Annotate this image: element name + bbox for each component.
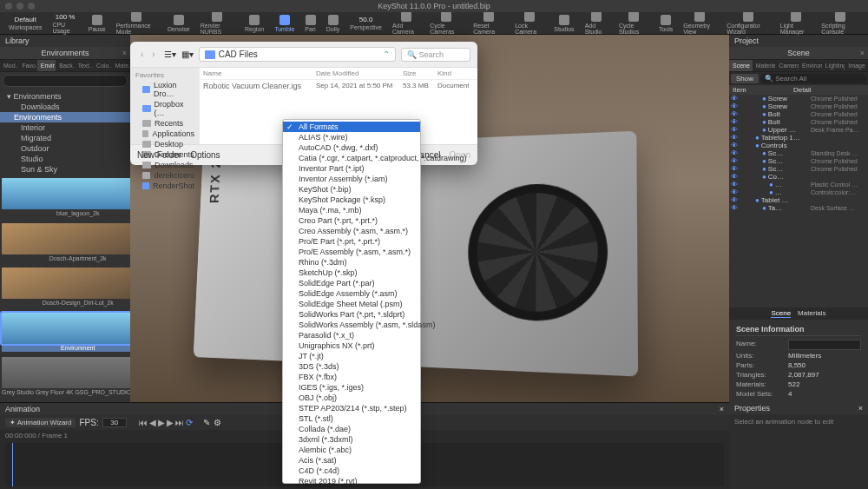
configurator-button[interactable]: Configurator Wizard (721, 11, 775, 35)
scene-tab[interactable]: Image (845, 60, 868, 71)
format-option[interactable]: Creo Assembly (*.asm, *.asm.*) (283, 226, 420, 236)
format-option[interactable]: Inventor Assembly (*.iam) (283, 174, 420, 184)
format-option[interactable]: SketchUp (*.skp) (283, 268, 420, 278)
format-option[interactable]: All Formats (283, 122, 420, 132)
format-option[interactable]: Maya (*.ma, *.mb) (283, 205, 420, 215)
format-option[interactable]: SolidWorks Part (*.prt, *.sldprt) (283, 309, 420, 320)
window-controls[interactable] (5, 3, 35, 10)
format-option[interactable]: 3dxml (*.3dxml) (283, 434, 420, 445)
format-option[interactable]: AutoCAD (*.dwg, *.dxf) (283, 142, 420, 153)
env-thumb[interactable]: Environment (2, 313, 130, 356)
col-detail[interactable]: Detail (793, 86, 811, 94)
settings-icon[interactable]: ⚙ (214, 418, 221, 427)
tree-item[interactable]: Sun & Sky (0, 164, 130, 175)
dolly-button[interactable]: Dolly (321, 15, 345, 32)
scene-row[interactable]: 👁●Tablet … (729, 196, 868, 204)
close-icon[interactable]: × (122, 49, 127, 57)
tree-item[interactable]: Migrated (0, 133, 130, 143)
studios-button[interactable]: Studios (549, 15, 579, 32)
format-option[interactable]: 3DS (*.3ds) (283, 361, 420, 372)
scene-row[interactable]: 👁●BoltChrome Polished (729, 110, 868, 118)
format-option[interactable]: KeyShot Package (*.ksp) (283, 195, 420, 205)
sidebar-favorite[interactable]: Downloads (130, 160, 200, 170)
format-option[interactable]: Pro/E Assembly (*.asm, *.asm.*) (283, 247, 420, 257)
env-thumb[interactable]: blue_lagoon_2k (2, 178, 130, 221)
forward-icon[interactable]: › (148, 48, 158, 61)
library-tab[interactable]: Envir… (37, 60, 56, 71)
add-studio-button[interactable]: Add Studio (580, 11, 614, 35)
fps-input[interactable] (102, 418, 127, 427)
cycle-studios-button[interactable]: Cycle Studios (614, 11, 654, 35)
format-option[interactable]: Revit 2019 (*.rvt) (283, 476, 420, 486)
format-option[interactable]: Catia (*.cgr, *.catpart, *.catproduct, *… (283, 153, 420, 163)
step-back-icon[interactable]: ◀ (149, 418, 156, 427)
lock-camera-button[interactable]: Lock Camera (510, 11, 549, 35)
format-option[interactable]: Collada (*.dae) (283, 424, 420, 434)
scene-tab[interactable]: Lighting (822, 60, 845, 71)
close-icon[interactable]: × (858, 404, 863, 413)
sidebar-favorite[interactable]: RenderShot (130, 181, 200, 191)
library-tab[interactable]: Text… (75, 60, 93, 71)
scene-row[interactable]: 👁●Controls (729, 142, 868, 149)
format-option[interactable]: SolidEdge Sheet Metal (.psm) (283, 299, 420, 309)
format-option[interactable]: ALIAS (*.wire) (283, 132, 420, 142)
view-list-icon[interactable]: ☰▾ (164, 50, 176, 59)
loop-icon[interactable]: ⟳ (186, 418, 193, 427)
scene-tab[interactable]: Material (753, 60, 776, 71)
scripting-button[interactable]: Scripting Console (816, 11, 865, 35)
tab-scene[interactable]: Scene (771, 309, 791, 318)
format-option[interactable]: KeyShot (*.bip) (283, 184, 420, 195)
reset-camera-button[interactable]: Reset Camera (468, 11, 510, 35)
scene-row[interactable]: 👁●Upper …Desk Frame Pa… (729, 126, 868, 134)
skip-start-icon[interactable]: ⏮ (139, 418, 148, 427)
play-icon[interactable]: ▶ (158, 418, 165, 427)
format-option[interactable]: Pro/E Part (*.prt, *.prt.*) (283, 236, 420, 247)
scene-row[interactable]: 👁●…Controls:color:… (729, 188, 868, 196)
scene-row[interactable]: 👁●Co… (729, 173, 868, 181)
pause-button[interactable]: Pause (83, 15, 111, 32)
format-option[interactable]: FBX (*.fbx) (283, 372, 420, 382)
add-camera-button[interactable]: Add Camera (387, 11, 424, 35)
library-tab[interactable]: Favo… (18, 60, 36, 71)
sidebar-favorite[interactable]: Luxion Dro… (130, 80, 200, 99)
format-option[interactable]: JT (*.jt) (283, 351, 420, 361)
close-icon[interactable]: × (720, 405, 724, 413)
file-search-input[interactable]: 🔍 Search (401, 48, 470, 62)
scene-tab[interactable]: Environ… (799, 60, 822, 71)
scene-row[interactable]: 👁●Sc…Chrome Polished (729, 157, 868, 165)
format-option[interactable]: Parasolid (*.x_t) (283, 330, 420, 340)
library-tab[interactable]: Mod… (0, 60, 18, 71)
tree-root[interactable]: ▾ Environments (0, 91, 130, 102)
scene-search-input[interactable]: 🔍 Search All (760, 74, 866, 83)
animation-wizard-button[interactable]: ✦ Animation Wizard (5, 418, 76, 427)
format-option[interactable]: C4D (*.c4d) (283, 466, 420, 476)
tools-button[interactable]: Tools (654, 15, 678, 32)
format-option[interactable]: Unigraphics NX (*.prt) (283, 340, 420, 351)
scene-row[interactable]: 👁●Sc…Chrome Polished (729, 165, 868, 173)
library-tab[interactable]: Mate… (112, 60, 130, 71)
scene-row[interactable]: 👁●…Plastic Control … (729, 181, 868, 188)
skip-end-icon[interactable]: ⏭ (175, 418, 184, 427)
cpu-usage[interactable]: 100 %CPU Usage (47, 13, 82, 34)
format-option[interactable]: OBJ (*.obj) (283, 393, 420, 403)
step-fwd-icon[interactable]: ▶ (167, 418, 174, 427)
sidebar-favorite[interactable]: Dropbox (… (130, 99, 200, 118)
show-toggle[interactable]: Show (731, 74, 759, 83)
workspace-select[interactable]: DefaultWorkspaces (3, 16, 47, 30)
new-folder-button[interactable]: New Folder (137, 150, 181, 160)
format-option[interactable]: IGES (*.igs, *.iges) (283, 382, 420, 393)
denoise-button[interactable]: Denoise (162, 15, 195, 32)
format-option[interactable]: Rhino (*.3dm) (283, 257, 420, 268)
keyframe-icon[interactable]: ✎ (203, 418, 210, 427)
env-thumb[interactable]: Dosch-Design_Dirt-Lot_2k (2, 268, 130, 311)
format-option[interactable]: SolidEdge Part (*.par) (283, 278, 420, 288)
tree-item[interactable]: Outdoor (0, 143, 130, 154)
light-manager-button[interactable]: Light Manager (775, 11, 817, 35)
geometry-view-button[interactable]: Geometry View (678, 11, 721, 35)
format-option[interactable]: Creo Part (*.prt, *.prt.*) (283, 215, 420, 226)
scene-row[interactable]: 👁●ScrewChrome Polished (729, 102, 868, 110)
sidebar-favorite[interactable]: derekcicero (130, 170, 200, 181)
format-option[interactable]: Alembic (*.abc) (283, 445, 420, 455)
cycle-cameras-button[interactable]: Cycle Cameras (424, 11, 468, 35)
close-icon[interactable]: × (860, 49, 865, 57)
